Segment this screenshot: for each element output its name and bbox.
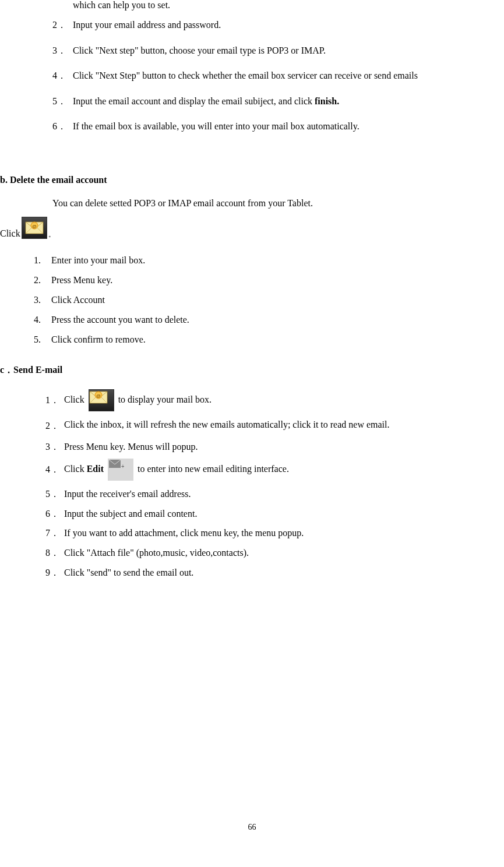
step-text: Click "Next step" button, choose your em… xyxy=(73,43,504,58)
step-text: Press Menu key. Menus will popup. xyxy=(64,439,504,454)
list-item: 2. Press Menu key. xyxy=(34,273,504,287)
step-text: Click @ to display your mail box. xyxy=(64,389,504,411)
step-text: Press Menu key. xyxy=(51,273,112,287)
list-item: 6． If the email box is available, you wi… xyxy=(52,119,504,134)
step-number: 6． xyxy=(45,506,64,521)
mail-app-icon: @ xyxy=(22,217,47,239)
click-label: Click xyxy=(0,228,20,239)
bold-text: finish. xyxy=(315,96,339,106)
step-number: 5. xyxy=(34,333,51,347)
list-item: 5． Input the email account and display t… xyxy=(52,94,504,109)
list-item: 2． Input your email address and password… xyxy=(52,17,504,33)
svg-text:@: @ xyxy=(32,223,37,228)
step-text: Click Edit + to enter into new email edi… xyxy=(64,459,504,481)
list-item: 8． Click "Attach file" (photo,music, vid… xyxy=(45,545,504,561)
step-text: If the email box is available, you will … xyxy=(73,119,504,134)
step-number: 5． xyxy=(45,487,64,502)
list-item: 5． Input the receiver's email address. xyxy=(45,487,504,502)
page-number: 66 xyxy=(0,823,504,832)
section-c-title: c．Send E-mail xyxy=(0,364,504,376)
step-number: 3． xyxy=(45,439,64,454)
step-number: 6． xyxy=(52,119,73,134)
step-text: Click the inbox, it will refresh the new… xyxy=(64,417,504,432)
list-item: 1. Enter into your mail box. xyxy=(34,253,504,267)
svg-text:@: @ xyxy=(96,393,101,398)
step-text: If you want to add attachment, click men… xyxy=(64,526,504,541)
step-number: 4. xyxy=(34,313,51,327)
step-number: 2． xyxy=(52,17,73,33)
list-item: 4． Click Edit + to enter into new email … xyxy=(45,459,504,481)
step-text: Click Account xyxy=(51,293,105,307)
step-number: 3． xyxy=(52,43,73,58)
list-item: 3． Click "Next step" button, choose your… xyxy=(52,43,504,58)
step-text: Click confirm to remove. xyxy=(51,333,146,347)
step-text: Click "send" to send the email out. xyxy=(64,565,504,580)
list-item: 3. Click Account xyxy=(34,293,504,307)
step-text: Input the subject and email content. xyxy=(64,506,504,521)
steps-b-list: 1. Enter into your mail box. 2. Press Me… xyxy=(34,253,504,347)
list-item: 3． Press Menu key. Menus will popup. xyxy=(45,439,504,454)
period-char: 。 xyxy=(48,230,55,239)
svg-text:+: + xyxy=(121,463,124,470)
list-item: 2． Click the inbox, it will refresh the … xyxy=(45,417,504,434)
step-number: 2． xyxy=(45,417,64,434)
step-number: 7． xyxy=(45,526,64,541)
click-instruction: Click @ 。 xyxy=(0,217,504,239)
list-item: 6． Input the subject and email content. xyxy=(45,506,504,521)
mail-app-icon: @ xyxy=(89,389,114,411)
step-text: Press the account you want to delete. xyxy=(51,313,189,327)
compose-icon: + xyxy=(108,459,133,481)
step-text: Input the email account and display the … xyxy=(73,94,504,109)
list-item: 7． If you want to add attachment, click … xyxy=(45,526,504,541)
step-text: Input your email address and password. xyxy=(73,17,504,33)
step-number: 9． xyxy=(45,565,64,580)
list-item: 4． Click "Next Step" button to check whe… xyxy=(52,68,504,83)
list-item: 1． Click @ to display your mail box. xyxy=(45,389,504,411)
section-b-paragraph: You can delete setted POP3 or IMAP email… xyxy=(52,198,504,209)
step-number: 1． xyxy=(45,393,64,408)
step-number: 5． xyxy=(52,94,73,109)
step-text: Input the receiver's email address. xyxy=(64,487,504,502)
fragment-text: which can help you to set. xyxy=(73,0,504,10)
steps-a-list: 2． Input your email address and password… xyxy=(52,17,504,134)
list-item: 4. Press the account you want to delete. xyxy=(34,313,504,327)
steps-c-list: 1． Click @ to display your mail box. xyxy=(45,389,504,580)
bold-text: Edit xyxy=(87,464,104,474)
step-text: Click "Next Step" button to check whethe… xyxy=(73,68,504,83)
step-text: Click "Attach file" (photo,music, video,… xyxy=(64,545,504,561)
list-item: 5. Click confirm to remove. xyxy=(34,333,504,347)
step-text: Enter into your mail box. xyxy=(51,253,145,267)
step-number: 2. xyxy=(34,273,51,287)
step-number: 4． xyxy=(45,462,64,477)
step-number: 3. xyxy=(34,293,51,307)
step-number: 8． xyxy=(45,545,64,561)
section-b-title: b. Delete the email account xyxy=(0,175,504,185)
step-number: 1. xyxy=(34,253,51,267)
list-item: 9． Click "send" to send the email out. xyxy=(45,565,504,580)
step-number: 4． xyxy=(52,68,73,83)
